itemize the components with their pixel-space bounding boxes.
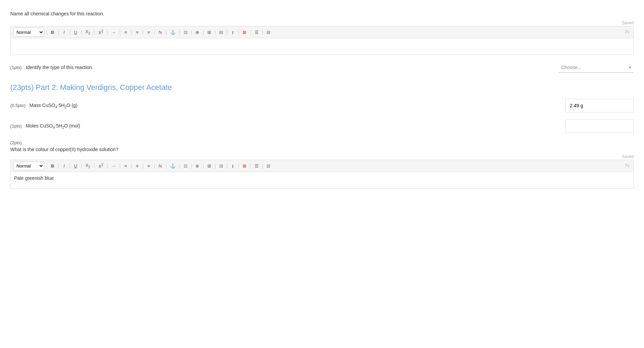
q3-input[interactable] (565, 119, 634, 133)
lines-btn-2[interactable]: ☰ (253, 163, 260, 169)
ul-btn-1[interactable]: ≡ (134, 29, 140, 35)
sep-8: | (131, 29, 132, 35)
arrow-btn-1[interactable]: → (110, 29, 117, 35)
sep-13: | (191, 29, 192, 35)
ul-btn-2[interactable]: ≡ (134, 163, 140, 169)
col-align-2[interactable]: ⊟ (218, 163, 224, 169)
sep2-14: | (203, 163, 204, 169)
saved-label-2: Saved (10, 154, 634, 159)
style-select-1[interactable]: Normal Heading 1 Heading 2 Heading 3 (13, 28, 44, 37)
q2-sub1: 4 (55, 105, 57, 109)
q3-sub2: 2 (62, 125, 64, 129)
sep-15: | (215, 29, 216, 35)
rows-btn-1[interactable]: ⊟ (265, 29, 272, 35)
rows-btn-2[interactable]: ⊟ (265, 163, 272, 169)
style-select-2[interactable]: Normal Heading 1 Heading 2 Heading 3 (13, 161, 44, 170)
arrow-btn-2[interactable]: → (110, 163, 117, 169)
superscript-btn-1[interactable]: X2 (97, 29, 105, 36)
question2-left: (0.5pts) Mass CuSO4·5H2O (g) (10, 103, 77, 109)
question4-pts-row: (2pts) (10, 140, 634, 145)
question1-left: (1pts) Identify the type of this reactio… (10, 65, 93, 70)
sep-14: | (203, 29, 204, 35)
q1-pts: (1pts) (10, 65, 22, 70)
ol-btn-1[interactable]: ≡ (123, 29, 129, 35)
question4-container: (2pts) What is the colour of copper(II) … (10, 140, 634, 152)
italic-btn-1[interactable]: I (61, 29, 67, 35)
q2-input[interactable] (565, 99, 634, 112)
q2-sub2: 2 (65, 105, 67, 109)
toolbar-1: Normal Heading 1 Heading 2 Heading 3 | B… (10, 26, 634, 38)
clear-format-btn-1[interactable]: Tx (623, 29, 631, 35)
sep2-13: | (191, 163, 192, 169)
underline-btn-1[interactable]: U (73, 29, 79, 35)
instruction-row: Name all chemical changes for this react… (10, 11, 634, 16)
sep2-12: | (179, 163, 180, 169)
q1-choose-select[interactable]: Choose... (558, 62, 634, 73)
sep-12: | (179, 29, 180, 35)
sep2-11: | (165, 163, 167, 169)
sep-17: | (238, 29, 239, 35)
q4-pts: (2pts) (10, 140, 22, 145)
sep2-6: | (107, 163, 108, 169)
sep-16: | (227, 29, 228, 35)
sep2-9: | (142, 163, 144, 169)
section2-container: (23pts) Part 2: Making Verdigris, Copper… (10, 83, 634, 92)
align-btn-2[interactable]: ≡ (146, 163, 152, 169)
col-lines-2[interactable]: ⫿ (230, 163, 236, 169)
col-lines-1[interactable]: ⫿ (230, 29, 236, 35)
q1-text: Identify the type of this reaction. (26, 65, 93, 70)
image-btn-2[interactable]: ⊡ (182, 163, 189, 169)
question1-container: (1pts) Identify the type of this reactio… (10, 62, 634, 73)
superscript-btn-2[interactable]: X2 (97, 162, 105, 169)
saved-label-1: Saved (10, 21, 634, 25)
editor-1[interactable] (10, 38, 634, 55)
subscript-btn-1[interactable]: X2 (84, 29, 92, 36)
underline-btn-2[interactable]: U (73, 163, 79, 169)
table-btn-2[interactable]: ⊞ (206, 163, 212, 169)
editor2-content: Pale greenish blue (14, 175, 54, 181)
sep-4: | (81, 29, 82, 35)
sep2-8: | (131, 163, 132, 169)
sep2-15: | (215, 163, 216, 169)
editor-2[interactable]: Pale greenish blue (10, 172, 634, 189)
sep2-3: | (69, 163, 70, 169)
q2-label: Mass CuSO4·5H2O (g) (29, 103, 77, 108)
align-btn-1[interactable]: ≡ (146, 29, 152, 35)
sep-19: | (262, 29, 263, 35)
sep2-17: | (238, 163, 239, 169)
special-btn-1[interactable]: ⊠ (241, 29, 248, 35)
lines-btn-1[interactable]: ☰ (253, 29, 260, 35)
question2-row: (0.5pts) Mass CuSO4·5H2O (g) (10, 99, 634, 112)
sep2-18: | (250, 163, 251, 169)
formula-btn-2[interactable]: fx (157, 163, 163, 169)
image-btn-1[interactable]: ⊡ (182, 29, 189, 35)
italic-btn-2[interactable]: I (61, 163, 67, 169)
sep-3: | (69, 29, 70, 35)
table-btn-1[interactable]: ⊞ (206, 29, 212, 35)
sep-11: | (165, 29, 167, 35)
sep-6: | (107, 29, 108, 35)
sep2-2: | (58, 163, 59, 169)
sep2-1: | (46, 163, 48, 169)
subscript-btn-2[interactable]: X2 (84, 162, 92, 170)
embed-btn-1[interactable]: ⊕ (194, 29, 201, 35)
q1-choose-wrapper: Choose... (558, 62, 634, 73)
embed-btn-2[interactable]: ⊕ (194, 163, 201, 169)
q3-sub1: 4 (53, 125, 55, 129)
sep-2: | (58, 29, 59, 35)
ol-btn-2[interactable]: ≡ (123, 163, 129, 169)
formula-btn-1[interactable]: fx (157, 29, 163, 35)
col-align-1[interactable]: ⊟ (218, 29, 224, 35)
link-btn-1[interactable]: ⚓ (169, 29, 177, 35)
sep2-5: | (94, 163, 95, 169)
instruction-text: Name all chemical changes for this react… (10, 11, 104, 16)
section2-title: (23pts) Part 2: Making Verdigris, Copper… (10, 83, 634, 92)
clear-format-btn-2[interactable]: Tx (623, 163, 631, 169)
link-btn-2[interactable]: ⚓ (169, 163, 177, 169)
bold-btn-2[interactable]: B (50, 163, 56, 169)
special-btn-2[interactable]: ⊠ (241, 163, 248, 169)
q2-pts: (0.5pts) (10, 103, 25, 108)
toolbar-2: Normal Heading 1 Heading 2 Heading 3 | B… (10, 160, 634, 172)
sep-1: | (46, 29, 48, 35)
bold-btn-1[interactable]: B (50, 29, 56, 35)
